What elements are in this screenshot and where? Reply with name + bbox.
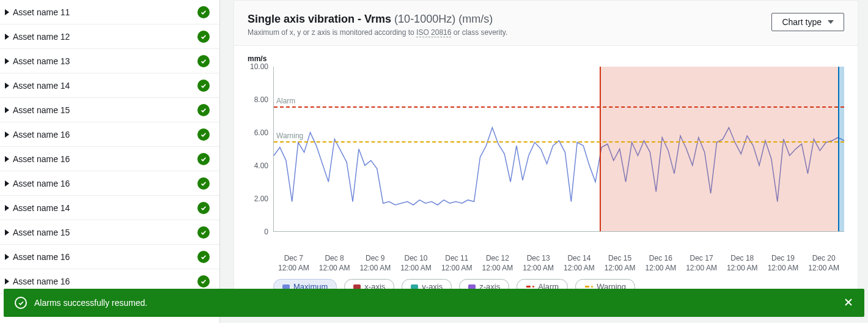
check-circle-icon bbox=[197, 31, 210, 43]
y-tick: 6.00 bbox=[254, 128, 268, 137]
y-tick: 0 bbox=[264, 228, 268, 236]
asset-row[interactable]: Asset name 16 bbox=[0, 122, 219, 147]
chart-type-label: Chart type bbox=[782, 17, 822, 27]
asset-label: Asset name 11 bbox=[13, 7, 70, 17]
close-icon[interactable] bbox=[844, 297, 853, 309]
caret-right-icon bbox=[5, 254, 9, 260]
chart-type-button[interactable]: Chart type bbox=[771, 13, 844, 31]
caret-right-icon bbox=[5, 205, 9, 211]
y-tick: 2.00 bbox=[254, 195, 268, 203]
asset-label: Asset name 16 bbox=[13, 252, 70, 262]
x-tick: Dec 1112:00 AM bbox=[436, 254, 477, 273]
current-time-band bbox=[838, 67, 844, 231]
asset-label: Asset name 16 bbox=[13, 179, 70, 188]
y-tick: 4.00 bbox=[254, 162, 268, 170]
y-axis-unit: mm/s bbox=[248, 54, 844, 63]
asset-row[interactable]: Asset name 16 bbox=[0, 245, 219, 269]
x-tick: Dec 1812:00 AM bbox=[722, 254, 763, 273]
chart-title-light: (10-1000Hz) (mm/s) bbox=[394, 13, 493, 25]
x-tick: Dec 1612:00 AM bbox=[640, 254, 681, 273]
caret-right-icon bbox=[5, 34, 9, 40]
check-circle-icon bbox=[15, 297, 27, 309]
alarm-threshold-line: Alarm bbox=[274, 106, 844, 108]
caret-right-icon bbox=[5, 180, 9, 187]
x-tick: Dec 712:00 AM bbox=[273, 254, 314, 273]
warning-threshold-label: Warning bbox=[276, 132, 303, 140]
chart-header: Single axis vibration - Vrms (10-1000Hz)… bbox=[234, 1, 858, 46]
caret-right-icon bbox=[5, 229, 9, 236]
x-tick: Dec 912:00 AM bbox=[355, 254, 395, 273]
check-circle-icon bbox=[197, 251, 210, 263]
x-tick: Dec 2012:00 AM bbox=[803, 254, 844, 273]
caret-right-icon bbox=[5, 278, 9, 284]
x-tick: Dec 1912:00 AM bbox=[763, 254, 804, 273]
success-toast: Alarms successfully resumed. bbox=[4, 289, 864, 317]
caret-right-icon bbox=[5, 9, 9, 15]
caret-right-icon bbox=[5, 83, 9, 89]
check-circle-icon bbox=[197, 80, 210, 92]
legend-swatch bbox=[526, 286, 534, 288]
asset-label: Asset name 14 bbox=[13, 81, 70, 91]
asset-label: Asset name 15 bbox=[13, 228, 70, 237]
check-circle-icon bbox=[197, 177, 210, 190]
alarm-band bbox=[600, 67, 838, 231]
x-tick: Dec 1512:00 AM bbox=[600, 254, 641, 273]
x-tick: Dec 1412:00 AM bbox=[559, 254, 600, 273]
asset-row[interactable]: Asset name 13 bbox=[0, 49, 219, 73]
alarm-threshold-label: Alarm bbox=[276, 97, 295, 105]
asset-row[interactable]: Asset name 12 bbox=[0, 24, 219, 49]
y-tick: 10.00 bbox=[250, 62, 268, 71]
y-tick: 8.00 bbox=[254, 95, 268, 104]
chart-subtitle-iso: ISO 20816 bbox=[416, 28, 451, 37]
legend-swatch bbox=[584, 286, 593, 288]
asset-sidebar: Asset name 11Asset name 12Asset name 13A… bbox=[0, 0, 220, 323]
chart-subtitle: Maximum of x, y or z axis is monitored a… bbox=[248, 28, 507, 37]
asset-row[interactable]: Asset name 14 bbox=[0, 196, 219, 220]
chart-subtitle-pre: Maximum of x, y or z axis is monitored a… bbox=[248, 28, 416, 37]
plot-area[interactable]: AlarmWarning bbox=[273, 67, 844, 232]
check-circle-icon bbox=[197, 6, 210, 18]
check-circle-icon bbox=[197, 226, 210, 239]
caret-right-icon bbox=[5, 132, 9, 138]
asset-row[interactable]: Asset name 15 bbox=[0, 220, 219, 245]
chevron-down-icon bbox=[828, 20, 834, 24]
asset-label: Asset name 16 bbox=[13, 154, 70, 164]
asset-row[interactable]: Asset name 16 bbox=[0, 147, 219, 171]
asset-label: Asset name 16 bbox=[13, 130, 70, 139]
x-axis: Dec 712:00 AMDec 812:00 AMDec 912:00 AMD… bbox=[273, 250, 844, 273]
asset-row[interactable]: Asset name 16 bbox=[0, 171, 219, 196]
asset-row[interactable]: Asset name 14 bbox=[0, 73, 219, 98]
chart-title-bold: Single axis vibration - Vrms bbox=[248, 13, 391, 25]
check-circle-icon bbox=[197, 153, 210, 165]
asset-label: Asset name 15 bbox=[13, 105, 70, 115]
caret-right-icon bbox=[5, 156, 9, 162]
asset-label: Asset name 14 bbox=[13, 203, 70, 213]
asset-row[interactable]: Asset name 11 bbox=[0, 0, 219, 24]
chart-panel: Single axis vibration - Vrms (10-1000Hz)… bbox=[220, 0, 868, 323]
check-circle-icon bbox=[197, 202, 210, 214]
check-circle-icon bbox=[197, 275, 210, 288]
x-tick: Dec 1012:00 AM bbox=[395, 254, 436, 273]
chart-title: Single axis vibration - Vrms (10-1000Hz)… bbox=[248, 13, 507, 26]
warning-threshold-line: Warning bbox=[274, 141, 844, 143]
asset-row[interactable]: Asset name 15 bbox=[0, 98, 219, 122]
asset-label: Asset name 13 bbox=[13, 56, 70, 66]
asset-label: Asset name 12 bbox=[13, 32, 70, 42]
x-tick: Dec 1312:00 AM bbox=[518, 254, 559, 273]
x-tick: Dec 1712:00 AM bbox=[681, 254, 722, 273]
caret-right-icon bbox=[5, 107, 9, 113]
x-tick: Dec 812:00 AM bbox=[314, 254, 355, 273]
caret-right-icon bbox=[5, 58, 9, 64]
check-circle-icon bbox=[197, 128, 210, 141]
x-tick: Dec 1212:00 AM bbox=[477, 254, 518, 273]
check-circle-icon bbox=[197, 104, 210, 116]
check-circle-icon bbox=[197, 55, 210, 67]
chart-subtitle-post: or class severity. bbox=[451, 28, 507, 37]
y-axis: 02.004.006.008.0010.00 bbox=[248, 67, 273, 250]
toast-message: Alarms successfully resumed. bbox=[34, 298, 147, 308]
asset-label: Asset name 16 bbox=[13, 277, 70, 286]
